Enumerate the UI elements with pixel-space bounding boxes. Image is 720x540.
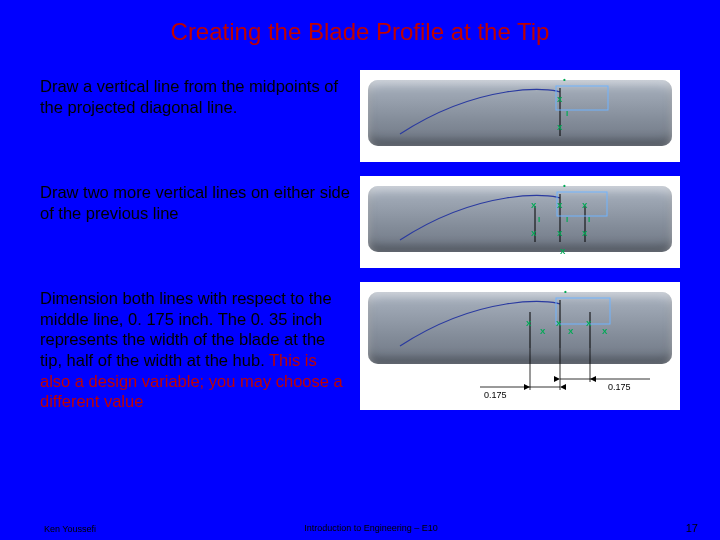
svg-text:X: X [531,201,537,210]
dimension-label: 0.175 [608,382,631,392]
svg-rect-1 [556,86,608,110]
svg-text:X: X [586,319,592,328]
step-text: Dimension both lines with respect to the… [40,282,350,412]
step-image: • XXX III XXX X [360,176,680,268]
step-row: Draw two more vertical lines on either s… [0,176,720,268]
step-image: • XX XX XX 0.175 0.175 [360,282,680,410]
step-text: Draw a vertical line from the midpoints … [40,70,350,117]
svg-text:X: X [582,229,588,238]
svg-marker-40 [590,376,596,382]
page-number: 17 [480,522,720,534]
svg-marker-36 [524,384,530,390]
footer-course: Introduction to Engineering – E10 [262,523,480,534]
svg-text:I: I [566,215,568,224]
svg-text:X: X [526,319,532,328]
step-text: Draw two more vertical lines on either s… [40,176,350,223]
svg-text:X: X [557,229,563,238]
slide-title: Creating the Blade Profile at the Tip [0,18,720,46]
svg-text:I: I [538,215,540,224]
svg-text:I: I [566,109,568,118]
svg-text:X: X [568,327,574,336]
svg-marker-39 [554,376,560,382]
step-image: • X I X [360,70,680,162]
sketch-overlay: • XX XX XX [360,282,680,410]
svg-text:X: X [602,327,608,336]
sketch-overlay: • XXX III XXX X [360,176,680,268]
svg-text:X: X [560,247,566,256]
footer-author: Ken Youssefi [0,524,262,534]
svg-rect-24 [556,298,610,324]
sketch-overlay: • X I X [360,70,680,162]
content: Draw a vertical line from the midpoints … [0,70,720,412]
svg-text:X: X [557,95,563,104]
footer: Ken Youssefi Introduction to Engineering… [0,522,720,534]
svg-marker-37 [560,384,566,390]
svg-text:X: X [582,201,588,210]
svg-text:X: X [556,319,562,328]
dimension-label: 0.175 [484,390,507,400]
step-row: Dimension both lines with respect to the… [0,282,720,412]
svg-text:X: X [540,327,546,336]
svg-text:X: X [531,229,537,238]
svg-text:•: • [563,181,566,190]
step-row: Draw a vertical line from the midpoints … [0,70,720,162]
svg-text:X: X [557,201,563,210]
svg-text:I: I [588,215,590,224]
svg-text:X: X [557,123,563,132]
svg-text:•: • [563,75,566,84]
svg-text:•: • [564,287,567,296]
